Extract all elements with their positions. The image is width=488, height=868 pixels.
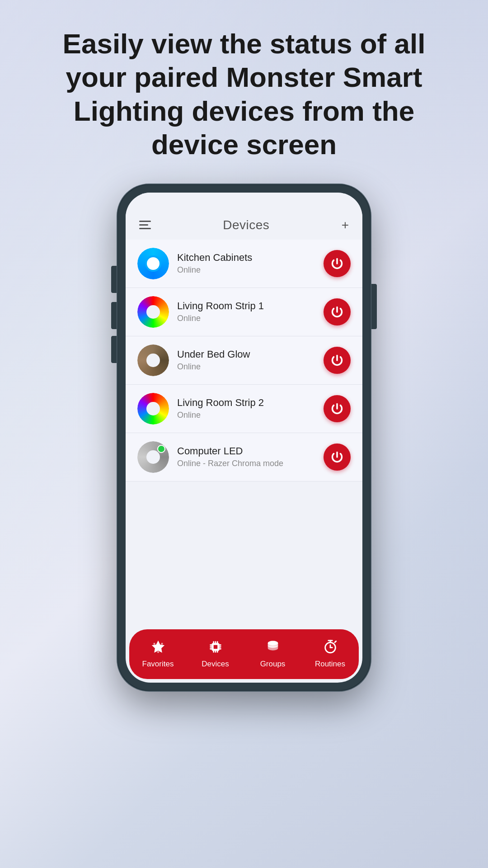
add-device-button[interactable]: + [342, 218, 349, 232]
device-info: Living Room Strip 2 Online [177, 397, 315, 420]
svg-marker-0 [151, 641, 164, 653]
device-icon-strip1 [137, 296, 169, 328]
device-icon-underglow [137, 344, 169, 376]
device-item[interactable]: Living Room Strip 1 Online [126, 288, 362, 336]
power-button[interactable] [324, 298, 351, 326]
routines-label: Routines [315, 660, 345, 669]
svg-point-2 [161, 643, 163, 645]
device-item[interactable]: Kitchen Cabinets Online [126, 240, 362, 288]
devices-label: Devices [202, 660, 229, 669]
device-info: Kitchen Cabinets Online [177, 252, 315, 275]
power-button[interactable] [324, 395, 351, 422]
favorites-label: Favorites [142, 660, 174, 669]
device-item[interactable]: Computer LED Online - Razer Chroma mode [126, 433, 362, 481]
header-title: Devices [223, 218, 269, 232]
nav-item-devices[interactable]: Devices [187, 639, 244, 669]
power-button[interactable] [324, 443, 351, 471]
power-button[interactable] [324, 347, 351, 374]
device-icon-kitchen [137, 248, 169, 279]
favorites-icon [150, 639, 166, 657]
menu-button[interactable] [139, 221, 151, 229]
groups-label: Groups [260, 660, 286, 669]
device-status: Online [177, 265, 315, 275]
device-name: Computer LED [177, 445, 315, 457]
device-status: Online [177, 410, 315, 420]
groups-icon [265, 639, 281, 657]
bottom-nav: Favorites [129, 629, 359, 679]
devices-icon [208, 639, 223, 657]
device-name: Under Bed Glow [177, 349, 315, 360]
device-icon-computer [137, 441, 169, 473]
device-list: Kitchen Cabinets Online Living Room Stri… [126, 240, 362, 626]
device-name: Kitchen Cabinets [177, 252, 315, 264]
phone-screen: Devices + Kitchen Cabinets Online [126, 193, 362, 683]
online-indicator [157, 445, 165, 453]
routines-icon [323, 639, 338, 657]
device-icon-strip2 [137, 393, 169, 425]
device-status: Online [177, 362, 315, 372]
nav-item-favorites[interactable]: Favorites [129, 639, 187, 669]
svg-point-1 [153, 643, 155, 645]
device-item[interactable]: Under Bed Glow Online [126, 336, 362, 385]
status-bar [126, 193, 362, 211]
nav-item-routines[interactable]: Routines [301, 639, 359, 669]
device-item[interactable]: Living Room Strip 2 Online [126, 385, 362, 433]
svg-line-24 [334, 641, 336, 642]
device-info: Computer LED Online - Razer Chroma mode [177, 445, 315, 468]
device-status: Online [177, 314, 315, 323]
device-info: Living Room Strip 1 Online [177, 300, 315, 323]
nav-item-groups[interactable]: Groups [244, 639, 301, 669]
phone-mockup: Devices + Kitchen Cabinets Online [117, 184, 371, 691]
page-headline: Easily view the status of all your paire… [0, 0, 488, 184]
app-header: Devices + [126, 211, 362, 240]
svg-rect-5 [213, 645, 217, 649]
power-button[interactable] [324, 250, 351, 277]
device-name: Living Room Strip 1 [177, 300, 315, 312]
device-info: Under Bed Glow Online [177, 349, 315, 372]
device-status: Online - Razer Chroma mode [177, 459, 315, 468]
device-name: Living Room Strip 2 [177, 397, 315, 409]
svg-point-3 [157, 651, 159, 653]
